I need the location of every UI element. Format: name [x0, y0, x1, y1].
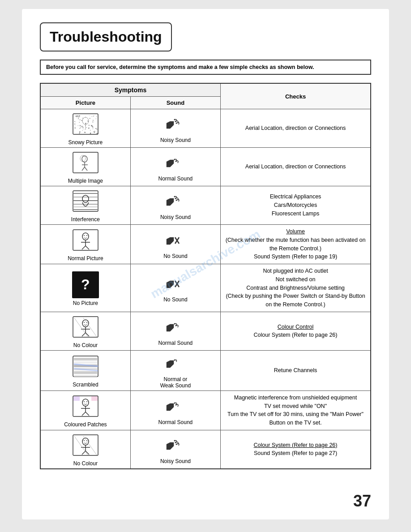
checks-cell-0: Aerial Location, direction or Connection…: [221, 109, 371, 148]
picture-label-4: No Picture: [43, 300, 128, 306]
picture-label-2: Interference: [43, 216, 128, 223]
svg-rect-148: [73, 396, 80, 401]
checks-cell-4: Not plugged into AC outletNot switched o…: [221, 264, 371, 312]
svg-rect-56: [90, 130, 90, 130]
svg-point-103: [174, 196, 176, 197]
svg-rect-6: [74, 133, 75, 133]
svg-rect-70: [90, 124, 90, 125]
sound-cell-0: Noisy Sound: [130, 109, 220, 148]
svg-rect-32: [92, 122, 93, 123]
svg-point-112: [84, 235, 85, 236]
picture-label-0: Snowy Picture: [43, 139, 128, 146]
svg-rect-19: [96, 119, 96, 119]
svg-rect-27: [83, 128, 84, 128]
svg-rect-1: [74, 124, 75, 124]
sound-cell-5: Normal Sound: [130, 312, 220, 350]
svg-rect-29: [80, 128, 81, 129]
checks-cell-2: Electrical AppliancesCars/MotorcyclesFlu…: [221, 186, 371, 225]
svg-rect-9: [88, 125, 88, 125]
picture-cell-7: Coloured Patches: [40, 390, 130, 430]
checks-cell-5: Colour ControlColour System (Refer to pa…: [221, 312, 371, 350]
sound-cell-6: Normal or Weak Sound: [130, 350, 220, 390]
svg-rect-74: [97, 127, 97, 128]
svg-point-113: [86, 235, 87, 236]
svg-rect-62: [95, 132, 95, 132]
svg-rect-75: [79, 133, 80, 134]
notice-text: Before you call for service, determine t…: [46, 64, 314, 70]
sound-col-header: Sound: [130, 97, 220, 109]
sound-cell-4: No Sound: [130, 264, 220, 312]
svg-point-104: [175, 198, 176, 199]
svg-rect-26: [75, 126, 76, 126]
svg-rect-13: [83, 123, 84, 123]
sound-label-2: Noisy Sound: [133, 214, 218, 220]
svg-rect-46: [74, 128, 75, 129]
svg-rect-44: [85, 123, 86, 124]
sound-cell-3: No Sound: [130, 225, 220, 264]
svg-rect-18: [90, 118, 90, 119]
svg-point-164: [176, 443, 177, 445]
svg-rect-61: [89, 116, 90, 116]
svg-rect-33: [94, 132, 94, 133]
svg-rect-135: [74, 371, 97, 374]
checks-cell-1: Aerial Location, direction or Connection…: [221, 148, 371, 186]
picture-cell-3: Normal Picture: [40, 225, 130, 264]
svg-point-84: [175, 121, 176, 122]
svg-point-139: [174, 359, 176, 360]
picture-cell-0: Snowy Picture: [40, 109, 130, 148]
picture-cell-2: Interference: [40, 186, 130, 225]
svg-point-93: [174, 159, 176, 160]
sound-cell-8: Noisy Sound: [130, 430, 220, 469]
sound-label-4: No Sound: [133, 296, 218, 303]
sound-label-8: Noisy Sound: [133, 458, 218, 464]
picture-cell-4: ? No Picture: [40, 264, 130, 312]
svg-rect-72: [77, 116, 77, 116]
picture-label-5: No Colour: [43, 342, 128, 348]
checks-cell-7: Magnetic interference from unshielded eq…: [221, 390, 371, 430]
svg-rect-22: [96, 133, 97, 134]
sound-label-6: Normal or Weak Sound: [133, 376, 218, 389]
svg-rect-38: [81, 127, 81, 128]
svg-point-146: [84, 401, 85, 402]
picture-label-8: No Colour: [43, 460, 128, 467]
svg-rect-71: [74, 121, 75, 122]
svg-point-85: [176, 123, 177, 124]
svg-rect-37: [78, 125, 78, 126]
checks-cell-8: Colour System (Refer to page 26)Sound Sy…: [221, 430, 371, 469]
svg-rect-15: [76, 116, 76, 116]
picture-label-1: Multiple Image: [43, 178, 128, 184]
svg-rect-69: [87, 120, 88, 121]
svg-rect-20: [96, 129, 97, 130]
checks-header: Checks: [221, 83, 371, 109]
svg-rect-57: [89, 127, 89, 128]
sound-label-1: Normal Sound: [133, 176, 218, 182]
picture-label-6: Scrambled: [43, 382, 128, 388]
sound-label-3: No Sound: [133, 253, 218, 259]
svg-point-150: [174, 402, 176, 403]
svg-rect-47: [94, 116, 94, 116]
picture-cell-8: No Colour: [40, 430, 130, 469]
svg-rect-67: [91, 125, 93, 127]
svg-point-163: [175, 442, 176, 443]
svg-rect-42: [84, 129, 84, 130]
svg-point-124: [84, 322, 85, 323]
svg-rect-50: [82, 130, 83, 131]
svg-rect-36: [84, 133, 85, 133]
svg-point-94: [176, 161, 177, 162]
svg-rect-59: [81, 120, 82, 121]
svg-rect-58: [93, 131, 94, 132]
svg-rect-24: [82, 129, 83, 129]
sound-cell-1: Normal Sound: [130, 148, 220, 186]
page-number: 37: [353, 492, 371, 511]
sound-label-0: Noisy Sound: [133, 137, 218, 143]
notice-box: Before you call for service, determine t…: [40, 60, 371, 75]
svg-rect-149: [91, 396, 98, 401]
svg-rect-68: [81, 126, 82, 127]
svg-point-158: [84, 440, 85, 441]
svg-rect-31: [75, 122, 75, 122]
page-title: Troubleshooting: [50, 29, 162, 45]
svg-rect-2: [78, 117, 79, 118]
svg-rect-86: [73, 152, 98, 173]
checks-cell-3: Volume(Check whether the mute function h…: [221, 225, 371, 264]
svg-rect-77: [89, 125, 89, 126]
